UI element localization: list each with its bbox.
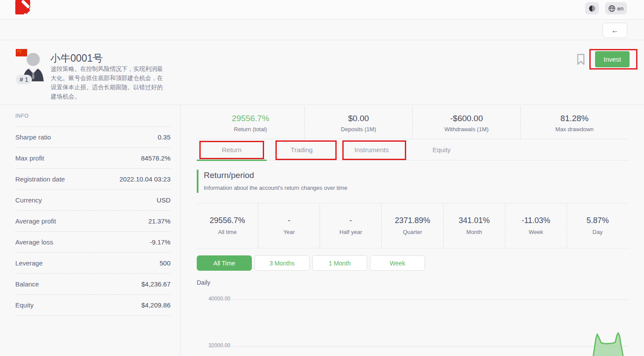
theme-contrast-toggle[interactable] <box>585 2 599 14</box>
tab-return-annotation <box>199 141 264 159</box>
info-label: Balance <box>15 280 39 288</box>
period-stats-row: 29556.7% All time - Year - Half year 237… <box>197 203 628 248</box>
info-label: Leverage <box>15 259 43 267</box>
period-label: Month <box>466 229 482 235</box>
stat-label: Return (total) <box>234 126 267 133</box>
stat-withdrawals: -$600.00 Withdrawals (1M) <box>412 107 520 139</box>
stat-value: 81.28% <box>560 114 588 123</box>
stat-value: -$600.00 <box>450 114 483 123</box>
profile-header: # 1 小牛0001号 波段策略。在控制风险情况下，实现利润最大化。账号会抓住底… <box>0 40 644 105</box>
info-row-average-profit: Average profit 21.37% <box>15 211 171 232</box>
info-value: 21.37% <box>148 217 171 225</box>
stat-label: Max drawdown <box>555 126 593 133</box>
account-description: 波段策略。在控制风险情况下，实现利润最大化。账号会抓住底部和顶部建仓机会，在设置… <box>51 65 166 101</box>
range-all-time-button[interactable]: All Time <box>197 255 252 271</box>
y-axis-tick: 40000.00 <box>191 296 230 302</box>
info-panel: INFO Sharpe ratio 0.35 Max profit 84578.… <box>0 105 181 356</box>
equity-curve-chart <box>585 329 644 356</box>
summary-stats-row: 29556.7% Return (total) $0.00 Deposits (… <box>197 107 628 139</box>
invest-annotation <box>589 49 637 70</box>
section-subtitle: Information about the account's return c… <box>204 185 347 191</box>
tab-trading-annotation <box>275 140 337 160</box>
brand-logo-icon[interactable] <box>15 0 30 14</box>
theme-contrast-icon <box>589 5 595 12</box>
info-row-average-loss: Average loss -9.17% <box>15 232 171 253</box>
gridline <box>233 346 628 347</box>
range-1-month-button[interactable]: 1 Month <box>312 255 367 271</box>
info-value: USD <box>157 196 171 204</box>
period-label: Quarter <box>403 229 422 235</box>
period-value: 5.87% <box>586 216 609 225</box>
info-label: Currency <box>15 196 42 204</box>
language-label: en <box>617 5 623 12</box>
info-row-equity: Equity $4,209.86 <box>15 295 171 316</box>
period-year: - Year <box>258 203 320 248</box>
info-value: $4,209.86 <box>141 301 171 309</box>
period-half-year: - Half year <box>320 203 381 248</box>
info-row-currency: Currency USD <box>15 190 171 211</box>
chart-granularity-label: Daily <box>197 279 210 286</box>
info-value: $4,236.67 <box>141 280 171 288</box>
info-row-registration-date: Registration date 2022.10.04 03:23 <box>15 169 171 190</box>
range-week-button[interactable]: Week <box>370 255 425 271</box>
period-value: - <box>288 216 290 225</box>
period-week: -11.03% Week <box>505 203 567 248</box>
period-value: -11.03% <box>522 216 550 225</box>
page: en ← # 1 小牛0001号 波段策略。在控制风险情况下，实现利润最大化。账… <box>0 0 644 356</box>
gridline-32000: 32000.00 <box>181 342 628 349</box>
info-label: Average profit <box>15 217 56 225</box>
stat-label: Deposits (1M) <box>341 126 376 133</box>
china-flag-icon <box>16 49 27 56</box>
period-value: 2371.89% <box>395 216 430 225</box>
info-row-max-profit: Max profit 84578.2% <box>15 148 171 169</box>
range-3-months-button[interactable]: 3 Months <box>254 255 310 271</box>
top-bar: en <box>0 0 644 20</box>
stat-max-drawdown: 81.28% Max drawdown <box>520 107 628 139</box>
active-tab-underline <box>197 160 267 161</box>
tab-equity[interactable]: Equity <box>407 139 477 160</box>
info-value: 2022.10.04 03:23 <box>119 175 171 183</box>
return-period-section-header: Return/period Information about the acco… <box>197 170 347 193</box>
period-label: Week <box>529 229 543 235</box>
info-value: 84578.2% <box>141 154 171 162</box>
rank-badge: # 1 <box>16 75 32 84</box>
range-filter-row: All Time 3 Months 1 Month Week <box>197 255 425 271</box>
stat-label: Withdrawals (1M) <box>444 126 488 133</box>
account-name: 小牛0001号 <box>50 52 103 65</box>
back-button[interactable]: ← <box>602 23 627 38</box>
stat-deposits: $0.00 Deposits (1M) <box>304 107 412 139</box>
gridline-40000: 40000.00 <box>181 296 628 303</box>
globe-icon <box>609 5 615 12</box>
period-day: 5.87% Day <box>567 203 628 248</box>
info-value: -9.17% <box>150 238 171 246</box>
stat-return-total: 29556.7% Return (total) <box>197 107 304 139</box>
info-row-leverage: Leverage 500 <box>15 253 171 274</box>
tab-label: Equity <box>432 146 451 154</box>
info-label: Registration date <box>15 175 65 183</box>
period-label: Day <box>592 229 602 235</box>
period-value: 341.01% <box>459 216 490 225</box>
info-label: Equity <box>15 301 34 309</box>
info-panel-title: INFO <box>15 113 171 119</box>
info-label: Sharpe ratio <box>15 133 51 141</box>
period-label: Half year <box>339 229 362 235</box>
info-row-sharpe: Sharpe ratio 0.35 <box>15 127 171 148</box>
section-title: Return/period <box>204 171 347 180</box>
bookmark-icon[interactable] <box>577 54 585 65</box>
tab-instruments-annotation <box>342 140 406 160</box>
toolbar-band: ← <box>0 20 644 40</box>
period-value: 29556.7% <box>210 216 245 225</box>
period-month: 341.01% Month <box>443 203 505 248</box>
period-label: All time <box>218 229 237 235</box>
info-label: Average loss <box>15 238 53 246</box>
info-value: 0.35 <box>158 133 171 141</box>
period-quarter: 2371.89% Quarter <box>381 203 443 248</box>
info-row-balance: Balance $4,236.67 <box>15 274 171 295</box>
language-selector[interactable]: en <box>605 2 627 14</box>
stat-value: 29556.7% <box>232 114 269 123</box>
info-label: Max profit <box>15 154 44 162</box>
period-label: Year <box>283 229 295 235</box>
period-value: - <box>349 216 352 225</box>
period-all-time: 29556.7% All time <box>197 203 258 248</box>
stat-value: $0.00 <box>348 114 369 123</box>
